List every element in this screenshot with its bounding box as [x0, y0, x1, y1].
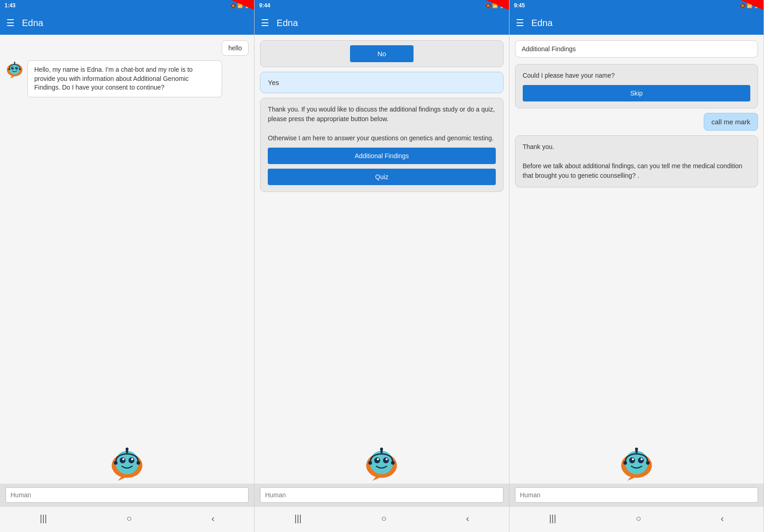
app-title-2: Edna [276, 18, 298, 28]
chat-area-2: No Yes Thank you. If you would like to d… [255, 35, 509, 440]
skip-button[interactable]: Skip [523, 85, 750, 101]
app-header-1: ☰ Edna [0, 11, 254, 35]
bot-bottom-3 [509, 440, 764, 484]
svg-point-5 [13, 67, 14, 68]
bot-question-text: Could I please have your name? [523, 71, 750, 80]
svg-point-6 [17, 67, 18, 68]
hamburger-icon-2[interactable]: ☰ [261, 17, 269, 28]
hamburger-icon-1[interactable]: ☰ [6, 17, 15, 28]
time-1: 1:43 [5, 2, 16, 9]
bot-avatar-1 [5, 60, 24, 79]
status-bar-1: 1:43 🔕 📶 🔋 [0, 0, 254, 11]
svg-point-37 [638, 458, 644, 463]
chat-area-3: Additional Findings Could I please have … [509, 35, 764, 440]
bot-card-text2: Otherwise I am here to answer your quest… [268, 133, 495, 143]
input-bar-3 [509, 484, 764, 506]
bot-card-text1: Thank you. If you would like to discuss … [268, 105, 495, 124]
bot-bottom-1 [0, 440, 254, 484]
svg-point-9 [9, 69, 11, 70]
truncated-top-message: Additional Findings [515, 40, 758, 58]
bot-response-text2: Before we talk about additional findings… [523, 161, 750, 181]
svg-point-10 [19, 69, 21, 70]
svg-point-28 [386, 458, 388, 460]
bot-row-1: Hello, my name is Edna. I'm a chat-bot a… [5, 60, 249, 97]
svg-point-26 [383, 458, 389, 463]
chat-area-1: hello [0, 35, 254, 440]
svg-point-15 [128, 458, 134, 463]
human-input-2[interactable] [260, 487, 503, 503]
svg-point-2 [9, 64, 20, 74]
nav-recent-1[interactable]: ‹ [202, 511, 224, 526]
additional-findings-button[interactable]: Additional Findings [268, 148, 495, 164]
quiz-button[interactable]: Quiz [268, 169, 495, 185]
svg-point-17 [131, 458, 133, 460]
human-input-1[interactable] [5, 487, 249, 503]
bot-bottom-icon-3 [618, 444, 655, 481]
nav-home-1[interactable]: ○ [117, 511, 141, 526]
nav-back-3[interactable]: ||| [540, 511, 566, 526]
nav-home-2[interactable]: ○ [372, 511, 396, 526]
panel-2: 9:44 🔕 📶 🔋 ☰ Edna No Yes Thank you. If y… [255, 0, 509, 532]
hamburger-icon-3[interactable]: ☰ [516, 17, 524, 28]
bot-question-card: Could I please have your name? Skip [515, 64, 758, 108]
svg-point-20 [114, 461, 117, 465]
app-title-1: Edna [22, 18, 43, 28]
app-title-3: Edna [531, 18, 553, 28]
svg-point-16 [122, 458, 125, 460]
time-2: 9:44 [259, 2, 270, 9]
svg-marker-12 [118, 476, 128, 481]
panel-3: 9:45 🔕 📶 🔋 ☰ Edna Additional Findings Co… [509, 0, 764, 532]
svg-point-30 [380, 447, 383, 450]
svg-marker-1 [10, 76, 15, 79]
svg-point-21 [137, 461, 140, 465]
svg-point-42 [623, 461, 627, 465]
app-header-3: ☰ Edna [509, 11, 764, 35]
nav-bar-2: ||| ○ ‹ [255, 506, 509, 532]
svg-point-31 [369, 461, 372, 465]
svg-point-25 [374, 458, 380, 463]
panel-1: 1:43 🔕 📶 🔋 ☰ Edna hello [0, 0, 255, 532]
nav-recent-2[interactable]: ‹ [457, 511, 478, 526]
svg-point-27 [377, 458, 379, 460]
nav-bar-1: ||| ○ ‹ [0, 506, 254, 532]
svg-point-4 [16, 67, 18, 69]
user-message-1: hello [222, 40, 249, 56]
svg-point-14 [120, 458, 126, 463]
svg-point-38 [631, 458, 634, 460]
bot-bottom-2 [255, 440, 509, 484]
nav-back-2[interactable]: ||| [285, 511, 311, 526]
app-header-2: ☰ Edna [255, 11, 509, 35]
input-bar-1 [0, 484, 254, 506]
svg-point-39 [641, 458, 643, 460]
bot-bottom-icon-2 [363, 444, 400, 481]
bot-bottom-icon-1 [109, 444, 145, 481]
svg-point-3 [11, 67, 14, 69]
svg-point-41 [635, 447, 638, 450]
svg-point-43 [646, 461, 650, 465]
nav-bar-3: ||| ○ ‹ [509, 506, 764, 532]
svg-point-36 [629, 458, 635, 463]
no-card: No [260, 40, 503, 67]
nav-recent-3[interactable]: ‹ [711, 511, 733, 526]
bot-response-card: Thank you. Before we talk about addition… [515, 135, 758, 187]
svg-point-19 [126, 447, 128, 450]
bot-card-2: Thank you. If you would like to discuss … [260, 98, 503, 192]
status-bar-2: 9:44 🔕 📶 🔋 [255, 0, 509, 11]
human-input-3[interactable] [515, 487, 758, 503]
status-bar-3: 9:45 🔕 📶 🔋 [509, 0, 764, 11]
svg-marker-23 [372, 476, 382, 481]
no-button[interactable]: No [350, 45, 414, 62]
svg-point-8 [14, 62, 16, 63]
time-3: 9:45 [514, 2, 525, 9]
nav-home-3[interactable]: ○ [626, 511, 650, 526]
user-reply-3: call me mark [704, 113, 758, 131]
bot-message-1: Hello, my name is Edna. I'm a chat-bot a… [27, 60, 222, 97]
bot-response-text1: Thank you. [523, 142, 750, 152]
input-bar-2 [255, 484, 509, 506]
yes-option[interactable]: Yes [260, 72, 503, 93]
svg-marker-34 [627, 476, 637, 481]
svg-point-32 [391, 461, 395, 465]
nav-back-1[interactable]: ||| [31, 511, 56, 526]
